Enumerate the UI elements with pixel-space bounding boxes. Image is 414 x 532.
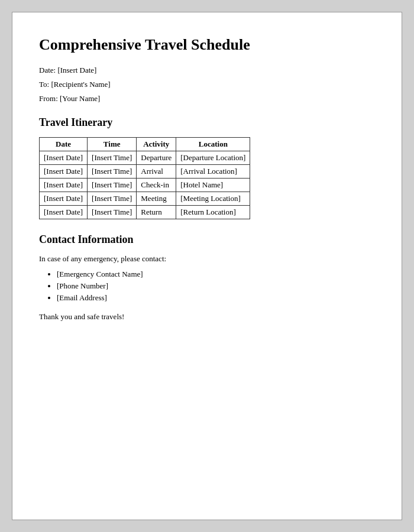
- itinerary-table: Date Time Activity Location [Insert Date…: [39, 137, 250, 219]
- table-cell: [Insert Date]: [40, 206, 88, 219]
- itinerary-section-title: Travel Itinerary: [39, 116, 375, 129]
- table-row: [Insert Date][Insert Time]Arrival[Arriva…: [40, 165, 250, 179]
- table-cell: [Insert Time]: [88, 165, 137, 179]
- table-row: [Insert Date][Insert Time]Return[Return …: [40, 206, 250, 219]
- list-item: [Email Address]: [57, 293, 375, 303]
- table-cell: Return: [137, 206, 176, 219]
- to-line: To: [Recipient's Name]: [39, 80, 375, 89]
- emergency-text: In case of any emergency, please contact…: [39, 254, 375, 264]
- table-row: [Insert Date][Insert Time]Check-in[Hotel…: [40, 179, 250, 192]
- col-header-location: Location: [176, 138, 250, 151]
- contact-list: [Emergency Contact Name][Phone Number][E…: [57, 270, 375, 303]
- table-cell: Arrival: [137, 165, 176, 179]
- list-item: [Phone Number]: [57, 281, 375, 291]
- table-cell: Meeting: [137, 192, 176, 206]
- document-page: Comprehensive Travel Schedule Date: [Ins…: [12, 12, 402, 520]
- from-line: From: [Your Name]: [39, 94, 375, 103]
- closing-text: Thank you and safe travels!: [39, 312, 375, 322]
- table-cell: [Insert Date]: [40, 151, 88, 165]
- col-header-activity: Activity: [137, 138, 176, 151]
- table-row: [Insert Date][Insert Time]Meeting[Meetin…: [40, 192, 250, 206]
- table-cell: [Insert Time]: [88, 179, 137, 192]
- table-cell: [Insert Date]: [40, 165, 88, 179]
- list-item: [Emergency Contact Name]: [57, 270, 375, 279]
- date-line: Date: [Insert Date]: [39, 66, 375, 75]
- table-cell: [Insert Time]: [88, 206, 137, 219]
- col-header-time: Time: [88, 138, 137, 151]
- table-cell: [Return Location]: [176, 206, 250, 219]
- table-cell: [Insert Time]: [88, 192, 137, 206]
- table-row: [Insert Date][Insert Time]Departure[Depa…: [40, 151, 250, 165]
- table-cell: [Departure Location]: [176, 151, 250, 165]
- table-cell: [Insert Time]: [88, 151, 137, 165]
- table-cell: Departure: [137, 151, 176, 165]
- page-title: Comprehensive Travel Schedule: [39, 36, 375, 54]
- table-cell: [Insert Date]: [40, 179, 88, 192]
- table-cell: Check-in: [137, 179, 176, 192]
- table-cell: [Hotel Name]: [176, 179, 250, 192]
- table-header-row: Date Time Activity Location: [40, 138, 250, 151]
- contact-section-title: Contact Information: [39, 233, 375, 246]
- table-cell: [Arrival Location]: [176, 165, 250, 179]
- table-cell: [Insert Date]: [40, 192, 88, 206]
- col-header-date: Date: [40, 138, 88, 151]
- table-cell: [Meeting Location]: [176, 192, 250, 206]
